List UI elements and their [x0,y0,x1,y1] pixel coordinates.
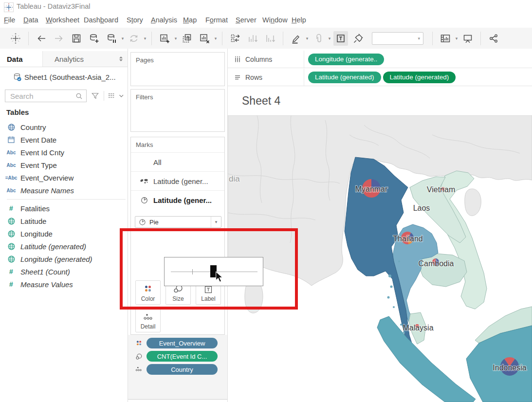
swap-rows-columns-button[interactable] [228,31,242,46]
highlight-button[interactable] [289,31,303,46]
menu-window[interactable]: Window [262,14,292,24]
fix-axes-button[interactable] [351,31,366,46]
search-input[interactable] [9,91,75,101]
menu-worksheet[interactable]: Worksheet [46,14,84,24]
pill-latitude-generated-[interactable]: Latitude (generated) [383,72,456,83]
save-button[interactable] [69,31,84,46]
menu-data[interactable]: Data [23,14,46,24]
chevron-down-icon[interactable]: ▾ [327,36,332,41]
field-event-id-cnty[interactable]: AbcEvent Id Cnty [0,146,128,159]
field-fatalities[interactable]: #Fatalities [0,202,128,215]
datasource-icon [13,73,21,81]
clear-sheet-button[interactable] [197,31,212,46]
detail-button[interactable]: Detail [135,308,161,332]
pill-longitude-generate-[interactable]: Longitude (generate.. [308,54,384,65]
field-country[interactable]: Country [0,121,128,133]
pause-auto-updates-button[interactable] [104,31,119,46]
chevron-down-icon[interactable] [119,94,124,97]
rows-shelf[interactable]: Rows Latitude (generated)Latitude (gener… [228,69,532,86]
pill-latitude-generated-[interactable]: Latitude (generated) [308,72,381,83]
chevron-down-icon: ▾ [418,36,420,41]
menu-map[interactable]: Map [183,14,205,24]
menu-story[interactable]: Story [127,14,151,24]
pill-country[interactable]: Country [147,364,218,375]
color-button[interactable]: Color [135,280,161,305]
menu-format[interactable]: Format [205,14,236,24]
show-me-button[interactable] [438,31,453,46]
undo-button[interactable] [34,31,49,46]
menu-dashboard[interactable]: Dashboard [84,14,127,24]
filter-fields-icon[interactable] [91,91,99,100]
menu-server[interactable]: Server [236,14,262,24]
toolbar: ▾▾▾▾▾▾▾▾ [0,28,532,49]
filters-shelf[interactable]: Filters [130,89,225,132]
fit-dropdown[interactable]: ▾ [372,32,423,45]
new-data-source-button[interactable] [87,31,101,46]
globe-icon [4,230,18,238]
run-update-button[interactable] [127,31,141,46]
tableau-logo-button[interactable] [8,31,23,46]
datasource-item[interactable]: Sheet1 (Southeast-Asia_2... [0,68,128,86]
marks-entry-0[interactable]: All [131,152,224,171]
chevron-down-icon[interactable]: ▾ [143,36,147,41]
pane-sort-icon[interactable] [114,51,128,67]
view-as-list-icon[interactable] [108,92,116,99]
chevron-down-icon[interactable]: ▾ [454,36,459,41]
field-latitude-generated-[interactable]: Latitude (generated) [0,240,128,253]
globe-icon [4,123,18,131]
columns-shelf[interactable]: Columns Longitude (generate.. [228,51,532,68]
redo-button[interactable] [52,31,66,46]
pill-event-overview[interactable]: Event_Overview [147,338,218,348]
duplicate-sheet-button[interactable] [180,31,194,46]
field-event-overview[interactable]: =AbcEvent_Overview [0,171,128,184]
field-measure-values[interactable]: #Measure Values [0,278,128,291]
field-sheet1-count-[interactable]: #Sheet1 (Count) [0,265,128,278]
mouse-cursor [215,271,223,283]
field-event-date[interactable]: Event Date [0,133,128,146]
field-longitude[interactable]: Longitude [0,227,128,240]
columns-shelf-label: Columns [245,55,272,63]
toolbar-divider [151,32,152,45]
chevron-down-icon[interactable]: ▾ [305,36,310,41]
country-hainan[interactable] [465,189,481,216]
toolbar-divider [28,32,29,45]
chevron-down-icon[interactable]: ▾ [173,36,178,41]
marks-entry-1[interactable]: Latitude (gener... [131,171,224,190]
pie-marks-icon [138,197,150,204]
field-measure-names[interactable]: AbcMeasure Names [0,184,128,197]
sort-descending-button[interactable] [263,31,277,46]
field-event-type[interactable]: AbcEvent Type [0,159,128,171]
search-box[interactable] [5,90,87,102]
chevron-down-icon: ▾ [211,217,221,227]
field-longitude-generated-[interactable]: Longitude (generated) [0,253,128,265]
tab-data[interactable]: Data [0,51,43,67]
new-worksheet-button[interactable] [157,31,172,46]
map-visualization[interactable]: diaMyanmarVietnamLaosThailandCambodiaMal… [228,115,532,402]
chevron-down-icon[interactable]: ▾ [213,36,218,41]
cards-column: Pages Filters Marks AllLatitude (gener..… [128,49,228,402]
menu-analysis[interactable]: Analysis [151,14,183,24]
map-label-laos: Laos [413,204,430,212]
marks-card-title: Marks [131,137,224,148]
show-mark-labels-button[interactable] [333,31,348,46]
abc-icon: Abc [4,188,18,193]
color-icon [134,340,144,347]
globe-icon [4,217,18,225]
field-latitude[interactable]: Latitude [0,215,128,227]
mark-type-dropdown[interactable]: Pie ▾ [135,216,221,228]
divider [104,91,104,101]
group-members-button[interactable] [311,31,326,46]
detail-icon [143,313,153,322]
field-list: CountryEvent DateAbcEvent Id CntyAbcEven… [0,121,128,291]
marks-pill-row: CNT(Event Id C... [134,351,218,362]
marks-entry-2[interactable]: Latitude (gener... [131,190,224,209]
menu-file[interactable]: File [4,14,23,24]
sort-ascending-button[interactable] [245,31,260,46]
pill-cnt-event-id-c-[interactable]: CNT(Event Id C... [147,351,218,362]
tab-analytics[interactable]: Analytics [43,51,114,67]
presentation-mode-button[interactable] [460,31,475,46]
share-button[interactable] [486,31,501,46]
pages-shelf[interactable]: Pages [130,52,225,86]
menu-help[interactable]: Help [292,14,311,24]
chevron-down-icon[interactable]: ▾ [120,36,125,41]
